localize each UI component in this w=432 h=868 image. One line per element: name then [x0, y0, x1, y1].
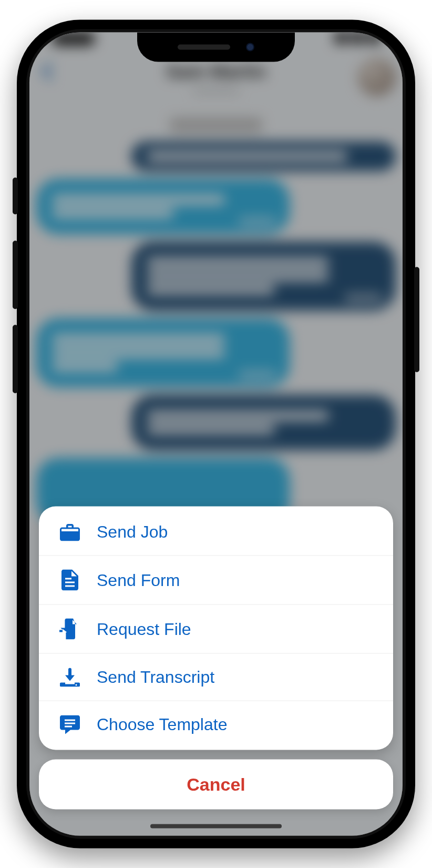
action-sheet-menu: Send Job Send Form Reque [39, 507, 393, 750]
document-icon [58, 570, 82, 591]
file-import-icon [58, 619, 82, 640]
action-item-label: Send Transcript [97, 668, 214, 687]
screen: Sam Martin ••••••••••• [29, 33, 403, 836]
send-job-button[interactable]: Send Job [39, 509, 393, 556]
home-indicator[interactable] [150, 824, 282, 829]
phone-frame: Sam Martin ••••••••••• [17, 20, 415, 849]
download-icon [58, 668, 82, 687]
action-item-label: Choose Template [97, 715, 227, 734]
action-sheet: Send Job Send Form Reque [29, 507, 403, 836]
briefcase-icon [58, 523, 82, 541]
phone-notch [137, 33, 295, 62]
cancel-label: Cancel [187, 774, 245, 794]
phone-front-camera [246, 43, 254, 52]
phone-mute-switch [13, 178, 18, 215]
request-file-button[interactable]: Request File [39, 605, 393, 654]
chat-template-icon [58, 715, 82, 734]
phone-power-button [414, 267, 419, 372]
action-item-label: Send Job [97, 522, 168, 542]
choose-template-button[interactable]: Choose Template [39, 701, 393, 748]
send-transcript-button[interactable]: Send Transcript [39, 654, 393, 701]
cancel-button[interactable]: Cancel [39, 760, 393, 810]
phone-speaker [178, 45, 230, 50]
phone-volume-up [13, 241, 18, 309]
send-form-button[interactable]: Send Form [39, 556, 393, 605]
phone-volume-down [13, 325, 18, 393]
action-item-label: Request File [97, 619, 191, 639]
action-item-label: Send Form [97, 570, 180, 590]
